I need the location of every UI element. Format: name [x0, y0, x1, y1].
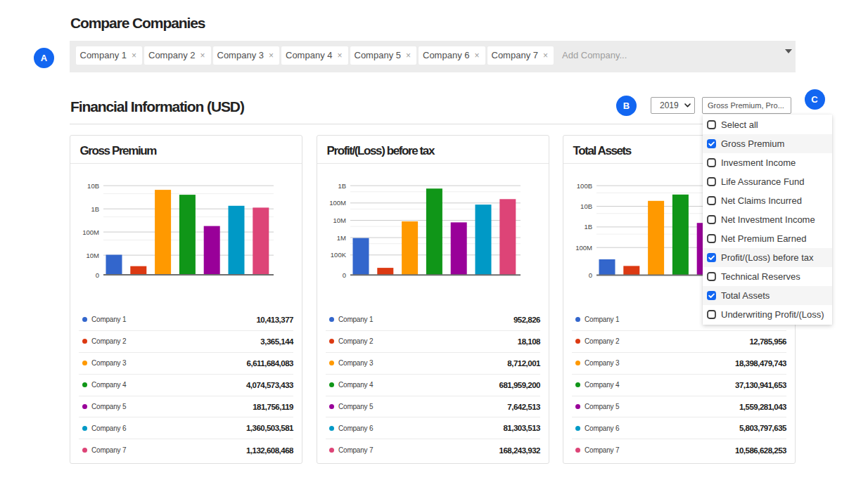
svg-text:0: 0 [589, 271, 592, 279]
svg-text:100M: 100M [575, 244, 592, 252]
svg-text:10B: 10B [87, 182, 99, 190]
svg-text:0: 0 [343, 271, 346, 279]
svg-text:100M: 100M [329, 199, 346, 207]
svg-text:100K: 100K [331, 251, 347, 259]
svg-text:1B: 1B [338, 182, 346, 190]
svg-text:10M: 10M [87, 252, 100, 259]
svg-text:10M: 10M [333, 216, 347, 224]
svg-text:1B: 1B [584, 223, 592, 231]
svg-text:100M: 100M [82, 228, 99, 236]
svg-text:1B: 1B [91, 205, 99, 213]
svg-text:0: 0 [96, 271, 99, 279]
svg-text:100B: 100B [577, 182, 592, 190]
svg-text:1M: 1M [337, 234, 346, 242]
svg-text:10B: 10B [580, 202, 592, 210]
